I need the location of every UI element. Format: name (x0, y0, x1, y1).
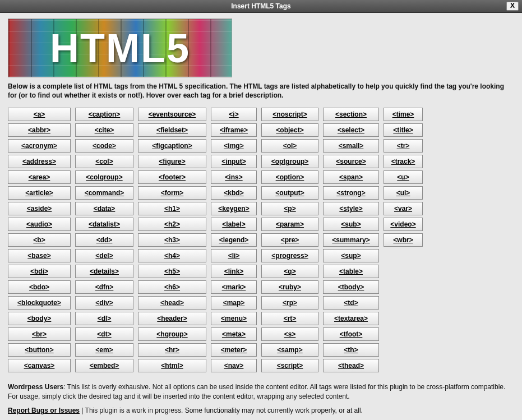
tag-button-details[interactable]: <details> (75, 265, 133, 278)
tag-button-base[interactable]: <base> (8, 249, 71, 262)
tag-button-h3[interactable]: <h3> (138, 233, 206, 247)
tag-button-s[interactable]: <s> (261, 327, 318, 341)
tag-button-em[interactable]: <em> (75, 343, 133, 357)
tag-button-time[interactable]: <time> (384, 108, 423, 121)
tag-button-section[interactable]: <section> (323, 108, 379, 121)
tag-button-video[interactable]: <video> (384, 218, 423, 231)
tag-button-ruby[interactable]: <ruby> (261, 280, 318, 294)
tag-button-dfn[interactable]: <dfn> (75, 280, 133, 294)
tag-button-summary[interactable]: <summary> (323, 233, 379, 247)
tag-button-small[interactable]: <small> (323, 139, 379, 153)
tag-button-embed[interactable]: <embed> (75, 359, 133, 372)
tag-button-address[interactable]: <address> (8, 155, 71, 168)
tag-button-cite[interactable]: <cite> (75, 123, 133, 137)
tag-button-script[interactable]: <script> (261, 359, 318, 372)
tag-button-title[interactable]: <title> (384, 123, 423, 137)
tag-button-mark[interactable]: <mark> (211, 280, 257, 294)
tag-button-tbody[interactable]: <tbody> (323, 280, 379, 294)
tag-button-abbr[interactable]: <abbr> (8, 123, 71, 137)
tag-button-meter[interactable]: <meter> (211, 343, 257, 357)
tag-button-h1[interactable]: <h1> (138, 202, 206, 215)
tag-button-track[interactable]: <track> (384, 155, 423, 168)
tag-button-nav[interactable]: <nav> (211, 359, 257, 372)
tag-button-i[interactable]: <i> (211, 108, 257, 121)
tag-button-h4[interactable]: <h4> (138, 249, 206, 262)
tag-button-bdo[interactable]: <bdo> (8, 280, 71, 294)
tag-button-progress[interactable]: <progress> (261, 249, 318, 262)
tag-button-col[interactable]: <col> (75, 155, 133, 168)
tag-button-code[interactable]: <code> (75, 139, 133, 153)
tag-button-header[interactable]: <header> (138, 312, 206, 325)
tag-button-b[interactable]: <b> (8, 233, 71, 247)
tag-button-style[interactable]: <style> (323, 202, 379, 215)
tag-button-label[interactable]: <label> (211, 218, 257, 231)
tag-button-datalist[interactable]: <datalist> (75, 218, 133, 231)
tag-button-body[interactable]: <body> (8, 312, 71, 325)
tag-button-samp[interactable]: <samp> (261, 343, 318, 357)
tag-button-aside[interactable]: <aside> (8, 202, 71, 215)
tag-button-footer[interactable]: <footer> (138, 170, 206, 184)
tag-button-p[interactable]: <p> (261, 202, 318, 215)
tag-button-del[interactable]: <del> (75, 249, 133, 262)
tag-button-noscript[interactable]: <noscript> (261, 108, 318, 121)
tag-button-iframe[interactable]: <iframe> (211, 123, 257, 137)
tag-button-sub[interactable]: <sub> (323, 218, 379, 231)
tag-button-figcaption[interactable]: <figcaption> (138, 139, 206, 153)
tag-button-div[interactable]: <div> (75, 296, 133, 310)
tag-button-textarea[interactable]: <textarea> (323, 312, 379, 325)
tag-button-li[interactable]: <li> (211, 249, 257, 262)
tag-button-kbd[interactable]: <kbd> (211, 186, 257, 200)
tag-button-command[interactable]: <command> (75, 186, 133, 200)
tag-button-optgroup[interactable]: <optgroup> (261, 155, 318, 168)
tag-button-strong[interactable]: <strong> (323, 186, 379, 200)
tag-button-button[interactable]: <button> (8, 343, 71, 357)
tag-button-span[interactable]: <span> (323, 170, 379, 184)
tag-button-data[interactable]: <data> (75, 202, 133, 215)
tag-button-head[interactable]: <head> (138, 296, 206, 310)
tag-button-option[interactable]: <option> (261, 170, 318, 184)
tag-button-var[interactable]: <var> (384, 202, 423, 215)
tag-button-area[interactable]: <area> (8, 170, 71, 184)
tag-button-article[interactable]: <article> (8, 186, 71, 200)
tag-button-img[interactable]: <img> (211, 139, 257, 153)
tag-button-meta[interactable]: <meta> (211, 327, 257, 341)
tag-button-blockquote[interactable]: <blockquote> (8, 296, 71, 310)
tag-button-th[interactable]: <th> (323, 343, 379, 357)
tag-button-bdi[interactable]: <bdi> (8, 265, 71, 278)
tag-button-rp[interactable]: <rp> (261, 296, 318, 310)
tag-button-link[interactable]: <link> (211, 265, 257, 278)
tag-button-h6[interactable]: <h6> (138, 280, 206, 294)
tag-button-pre[interactable]: <pre> (261, 233, 318, 247)
tag-button-wbr[interactable]: <wbr> (384, 233, 423, 247)
tag-button-dd[interactable]: <dd> (75, 233, 133, 247)
tag-button-keygen[interactable]: <keygen> (211, 202, 257, 215)
tag-button-fieldset[interactable]: <fieldset> (138, 123, 206, 137)
tag-button-thead[interactable]: <thead> (323, 359, 379, 372)
tag-button-html[interactable]: <html> (138, 359, 206, 372)
tag-button-q[interactable]: <q> (261, 265, 318, 278)
tag-button-menu[interactable]: <menu> (211, 312, 257, 325)
tag-button-select[interactable]: <select> (323, 123, 379, 137)
tag-button-output[interactable]: <output> (261, 186, 318, 200)
tag-button-table[interactable]: <table> (323, 265, 379, 278)
tag-button-ol[interactable]: <ol> (261, 139, 318, 153)
report-bugs-link[interactable]: Report Bugs or Issues (8, 407, 80, 414)
tag-button-ins[interactable]: <ins> (211, 170, 257, 184)
tag-button-colgroup[interactable]: <colgroup> (75, 170, 133, 184)
tag-button-dl[interactable]: <dl> (75, 312, 133, 325)
tag-button-sup[interactable]: <sup> (323, 249, 379, 262)
tag-button-eventsource[interactable]: <eventsource> (138, 108, 206, 121)
tag-button-legend[interactable]: <legend> (211, 233, 257, 247)
tag-button-acronym[interactable]: <acronym> (8, 139, 71, 153)
tag-button-hgroup[interactable]: <hgroup> (138, 327, 206, 341)
tag-button-u[interactable]: <u> (384, 170, 423, 184)
tag-button-object[interactable]: <object> (261, 123, 318, 137)
tag-button-a[interactable]: <a> (8, 108, 71, 121)
tag-button-canvas[interactable]: <canvas> (8, 359, 71, 372)
tag-button-td[interactable]: <td> (323, 296, 379, 310)
tag-button-h2[interactable]: <h2> (138, 218, 206, 231)
tag-button-input[interactable]: <input> (211, 155, 257, 168)
tag-button-tr[interactable]: <tr> (384, 139, 423, 153)
tag-button-form[interactable]: <form> (138, 186, 206, 200)
tag-button-h5[interactable]: <h5> (138, 265, 206, 278)
